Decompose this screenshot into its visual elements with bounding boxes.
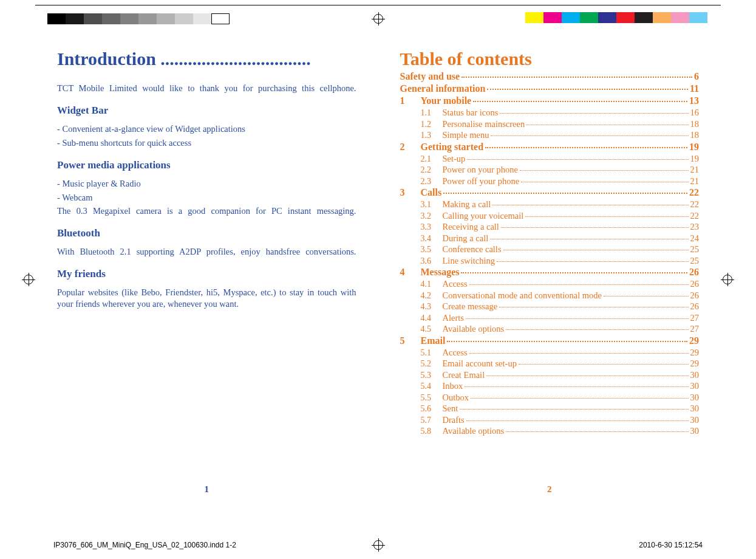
toc-page: 29 — [690, 347, 700, 358]
toc-page: 30 — [690, 392, 700, 403]
swatch — [543, 12, 562, 23]
toc-entry-sub: 5.7Drafts30 — [400, 414, 700, 426]
swatch — [193, 13, 211, 24]
toc-entry-sub: 5.1Access29 — [400, 347, 700, 358]
toc-page: 30 — [690, 414, 700, 425]
toc-page: 21 — [690, 176, 700, 187]
toc-page: 26 — [689, 266, 699, 278]
toc-label: Available options — [443, 425, 505, 436]
toc-page: 26 — [690, 290, 700, 301]
swatch — [138, 13, 157, 24]
toc-label: Messages — [421, 266, 460, 278]
toc-leader-dots — [447, 341, 687, 342]
toc-leader-dots — [506, 431, 688, 432]
swatch — [157, 13, 175, 24]
toc-entry-sub: 1.3Simple menu18 — [400, 129, 700, 141]
section-line: - Music player & Radio — [57, 178, 356, 190]
toc-label: Line switching — [443, 255, 495, 266]
toc-label: Access — [443, 347, 468, 358]
toc-leader-dots — [604, 296, 688, 297]
grayscale-swatches — [47, 6, 230, 24]
toc-label: Alerts — [443, 312, 464, 323]
toc-label: Receiving a call — [443, 221, 499, 232]
toc-leader-dots — [469, 353, 689, 354]
section-para: With Bluetooth 2.1 supporting A2DP profi… — [57, 246, 356, 258]
toc-entry-sub: 4.3Create message26 — [400, 301, 700, 312]
toc-label: Calls — [421, 187, 442, 199]
toc-entry-sub: 5.5Outbox30 — [400, 392, 700, 403]
section-para: The 0.3 Megapixel camera is a good compa… — [57, 205, 356, 217]
section-heading: Power media applications — [57, 159, 356, 172]
toc-leader-dots — [521, 182, 688, 182]
toc-number: 2 — [400, 141, 421, 153]
toc-label: Inbox — [443, 380, 463, 391]
section-line: - Webcam — [57, 192, 356, 204]
swatch — [689, 12, 707, 23]
toc-entry-main: 3Calls22 — [400, 187, 700, 199]
swatch — [525, 12, 543, 23]
toc-page: 21 — [690, 164, 700, 175]
toc-leader-dots — [497, 261, 688, 262]
toc-leader-dots — [499, 307, 688, 307]
toc-number: 5.2 — [421, 358, 443, 369]
toc-label: Creat Email — [443, 369, 485, 380]
toc-leader-dots — [471, 398, 689, 399]
toc-leader-dots — [491, 135, 688, 136]
toc-number: 5.5 — [421, 393, 443, 403]
toc-label: Your mobile — [421, 95, 472, 107]
toc-entry-main: 5Email29 — [400, 335, 700, 347]
toc-number: 3.6 — [421, 256, 443, 267]
toc-label: During a call — [443, 233, 489, 244]
toc-label: Drafts — [443, 414, 465, 425]
toc-label: Power off your phone — [443, 176, 520, 187]
toc-entry-sub: 4.2Conversational mode and conventional … — [400, 290, 700, 301]
toc-number: 4.1 — [421, 279, 443, 290]
toc-entry-sub: 1.2Personalise mainscreen18 — [400, 118, 700, 130]
page-left: Introduction ...........................… — [53, 49, 360, 498]
registration-mark-icon — [372, 538, 385, 552]
toc-page: 30 — [690, 403, 700, 414]
toc-leader-dots — [467, 159, 688, 160]
toc-label: Create message — [443, 301, 498, 312]
toc-page: 18 — [690, 118, 700, 129]
toc-page: 29 — [690, 358, 700, 369]
toc-entry-main: General information11 — [400, 83, 700, 95]
toc-heading: Table of contents — [400, 49, 700, 69]
toc-number: 1.3 — [421, 130, 443, 141]
toc-page: 26 — [690, 301, 700, 312]
toc-page: 26 — [690, 278, 700, 289]
toc-label: Simple menu — [443, 129, 489, 140]
toc-entry-sub: 3.4During a call24 — [400, 233, 700, 244]
toc-number: 1.1 — [421, 108, 443, 118]
toc-number: 4.2 — [421, 290, 443, 301]
swatch — [635, 12, 653, 23]
toc-page: 24 — [690, 233, 700, 244]
swatch — [580, 12, 598, 23]
toc-entry-sub: 3.2Calling your voicemail22 — [400, 210, 700, 222]
toc-entry-sub: 3.5Conference calls25 — [400, 244, 700, 255]
introduction-heading: Introduction ...........................… — [57, 49, 356, 69]
page-right: Table of contents Safety and use6General… — [397, 49, 703, 498]
toc-number: 5 — [400, 335, 421, 347]
registration-mark-icon — [22, 273, 35, 286]
registration-mark-icon — [372, 12, 385, 26]
toc-label: Sent — [443, 403, 458, 414]
swatch — [653, 12, 671, 23]
toc-label: Power on your phone — [443, 164, 518, 175]
toc-label: General information — [400, 83, 486, 95]
toc-leader-dots — [466, 318, 689, 319]
toc-label: Outbox — [443, 392, 469, 403]
page-number: 1 — [57, 484, 356, 498]
toc-page: 11 — [690, 83, 699, 95]
toc-page: 18 — [690, 129, 700, 140]
toc-number: 3.5 — [421, 244, 443, 255]
toc-entry-sub: 4.1Access26 — [400, 278, 700, 290]
toc-label: Calling your voicemail — [443, 210, 524, 221]
swatch — [598, 12, 616, 23]
toc-page: 30 — [690, 369, 700, 380]
toc-entry-sub: 5.3Creat Email30 — [400, 369, 700, 381]
toc-label: Email account set-up — [443, 358, 517, 369]
toc-entry-sub: 5.2Email account set-up29 — [400, 358, 700, 369]
swatch — [211, 13, 230, 24]
toc-leader-dots — [492, 205, 688, 205]
